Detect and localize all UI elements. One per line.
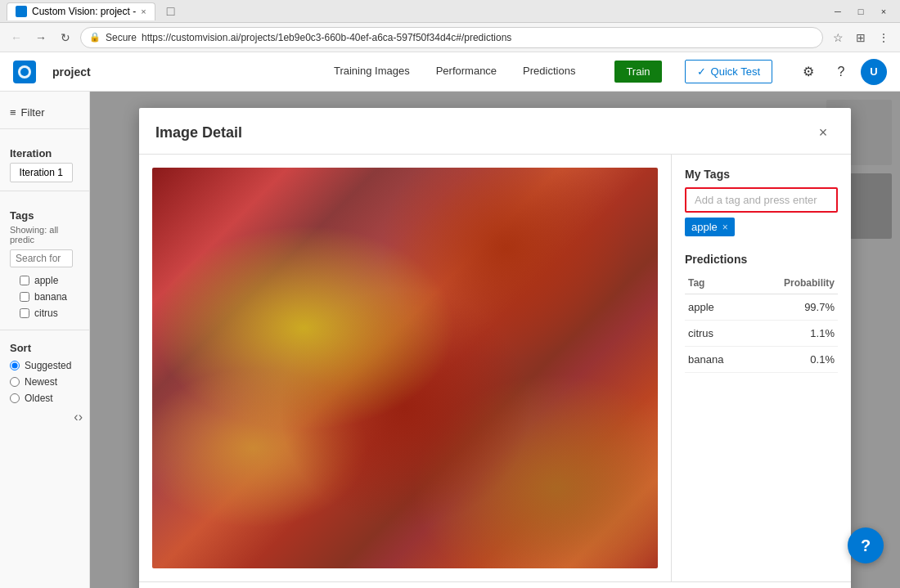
logo-icon bbox=[17, 65, 32, 79]
help-bubble[interactable]: ? bbox=[848, 527, 884, 563]
predictions-table-head: Tag Probability bbox=[685, 272, 838, 294]
browser-toolbar-icons: ☆ ⊞ ⋮ bbox=[828, 28, 893, 47]
predictions-section: Predictions Tag Probability bbox=[685, 253, 838, 373]
modal-footer: Save and close bbox=[139, 581, 851, 588]
sort-oldest[interactable]: Oldest bbox=[0, 390, 89, 406]
tag-item-apple[interactable]: apple bbox=[10, 272, 79, 289]
predictions-header-row: Tag Probability bbox=[685, 272, 838, 294]
filter-item[interactable]: ≡ Filter bbox=[0, 101, 89, 123]
sort-label-oldest: Oldest bbox=[25, 393, 53, 404]
forward-button[interactable]: → bbox=[31, 28, 51, 47]
sidebar-next-arrow[interactable]: › bbox=[79, 410, 83, 424]
browser-chrome: Custom Vision: project - × □ ─ □ × ← → ↻… bbox=[0, 0, 900, 52]
maximize-button[interactable]: □ bbox=[851, 5, 871, 18]
col-tag-header: Tag bbox=[685, 272, 749, 294]
modal-overlay: Image Detail × My Tags bbox=[90, 92, 900, 588]
modal-header: Image Detail × bbox=[139, 108, 851, 155]
sort-heading: Sort bbox=[0, 335, 89, 357]
app-title: project bbox=[52, 65, 91, 79]
window-controls: ─ □ × bbox=[828, 5, 893, 18]
back-button[interactable]: ← bbox=[7, 28, 26, 47]
address-bar[interactable]: 🔒 Secure https://customvision.ai/project… bbox=[80, 27, 823, 48]
main-layout: ≡ Filter Iteration Iteration 1 Tags Show… bbox=[0, 92, 900, 588]
prediction-row-citrus: citrus 1.1% bbox=[685, 321, 838, 347]
tab-title: Custom Vision: project - bbox=[32, 6, 136, 17]
user-avatar[interactable]: U bbox=[861, 59, 887, 85]
image-detail-modal: Image Detail × My Tags bbox=[139, 108, 851, 588]
windows-icon[interactable]: ⊞ bbox=[851, 28, 871, 47]
tag-chip-label: apple bbox=[691, 221, 718, 233]
browser-menu-icon[interactable]: ⋮ bbox=[874, 28, 893, 47]
modal-body: My Tags apple × Predictions bbox=[139, 155, 851, 581]
quick-test-button[interactable]: ✓ Quick Test bbox=[685, 60, 772, 83]
tag-checkbox-citrus[interactable] bbox=[20, 308, 29, 318]
sort-label-suggested: Suggested bbox=[25, 360, 71, 371]
new-tab-button[interactable]: □ bbox=[162, 2, 180, 20]
sidebar-divider-2 bbox=[0, 191, 89, 191]
tags-search-input[interactable] bbox=[10, 249, 73, 267]
help-header-icon[interactable]: ? bbox=[828, 59, 854, 85]
tab-close-icon[interactable]: × bbox=[141, 7, 146, 16]
sort-newest[interactable]: Newest bbox=[0, 374, 89, 390]
prediction-tag-banana: banana bbox=[685, 347, 749, 373]
modal-close-button[interactable]: × bbox=[812, 121, 835, 144]
close-window-button[interactable]: × bbox=[874, 5, 893, 18]
url-text: https://customvision.ai/projects/1eb9e0c… bbox=[142, 32, 511, 43]
col-probability-header: Probability bbox=[749, 272, 838, 294]
prediction-row-banana: banana 0.1% bbox=[685, 347, 838, 373]
browser-addressbar: ← → ↻ 🔒 Secure https://customvision.ai/p… bbox=[0, 23, 900, 52]
refresh-button[interactable]: ↻ bbox=[56, 28, 75, 47]
my-tags-section: My Tags apple × bbox=[685, 168, 838, 236]
favorites-icon[interactable]: ☆ bbox=[828, 28, 848, 47]
prediction-prob-citrus: 1.1% bbox=[749, 321, 838, 347]
sort-radio-newest[interactable] bbox=[10, 377, 20, 387]
minimize-button[interactable]: ─ bbox=[828, 5, 848, 18]
predictions-table-body: apple 99.7% citrus 1.1% banana bbox=[685, 294, 838, 373]
content-area: Image Detail × My Tags bbox=[90, 92, 900, 588]
sidebar: ≡ Filter Iteration Iteration 1 Tags Show… bbox=[0, 92, 90, 588]
sort-radio-suggested[interactable] bbox=[10, 361, 20, 370]
tag-label-banana: banana bbox=[34, 291, 67, 303]
tag-checkbox-apple[interactable] bbox=[20, 276, 29, 285]
tags-showing: Showing: all predic bbox=[10, 225, 79, 245]
tag-chip-remove-icon[interactable]: × bbox=[722, 222, 728, 233]
tag-item-banana[interactable]: banana bbox=[10, 289, 79, 305]
sort-suggested[interactable]: Suggested bbox=[0, 357, 89, 374]
sort-label-newest: Newest bbox=[25, 376, 57, 388]
sidebar-divider-3 bbox=[0, 330, 89, 330]
tag-label-apple: apple bbox=[34, 275, 58, 286]
browser-tab[interactable]: Custom Vision: project - × bbox=[7, 2, 155, 20]
train-button[interactable]: Train bbox=[614, 61, 661, 83]
header-right: ⚙ ? U bbox=[795, 59, 887, 85]
modal-right-panel: My Tags apple × Predictions bbox=[671, 155, 851, 581]
browser-titlebar: Custom Vision: project - × □ ─ □ × bbox=[0, 0, 900, 23]
tag-item-citrus[interactable]: citrus bbox=[10, 305, 79, 321]
apple-tag-chip: apple × bbox=[685, 218, 735, 236]
prediction-prob-banana: 0.1% bbox=[749, 347, 838, 373]
nav-training-images[interactable]: Training Images bbox=[321, 52, 423, 92]
quick-test-label: Quick Test bbox=[711, 65, 760, 78]
iteration-select[interactable]: Iteration 1 bbox=[10, 163, 73, 182]
tags-heading: Tags bbox=[10, 209, 79, 222]
checkmark-icon: ✓ bbox=[697, 65, 706, 78]
tag-input-field[interactable] bbox=[685, 187, 838, 213]
modal-image-area bbox=[139, 155, 671, 581]
prediction-prob-apple: 99.7% bbox=[749, 294, 838, 321]
tag-label-citrus: citrus bbox=[34, 307, 58, 319]
nav-predictions[interactable]: Predictions bbox=[510, 52, 588, 92]
sort-radio-oldest[interactable] bbox=[10, 393, 20, 403]
sidebar-nav-arrows: ‹ › bbox=[0, 406, 89, 428]
detail-image bbox=[152, 168, 658, 568]
tags-section: Tags Showing: all predic apple banana ci… bbox=[0, 196, 89, 325]
settings-icon[interactable]: ⚙ bbox=[795, 59, 821, 85]
lock-icon: 🔒 bbox=[89, 32, 101, 43]
app-logo bbox=[13, 61, 36, 83]
filter-icon: ≡ bbox=[10, 106, 16, 119]
iteration-heading: Iteration bbox=[10, 147, 79, 159]
predictions-table: Tag Probability apple 99.7% bbox=[685, 272, 838, 373]
my-tags-title: My Tags bbox=[685, 168, 838, 181]
app-nav: Training Images Performance Predictions bbox=[321, 52, 588, 92]
tag-checkbox-banana[interactable] bbox=[20, 292, 29, 302]
filter-label: Filter bbox=[21, 106, 45, 119]
nav-performance[interactable]: Performance bbox=[423, 52, 510, 92]
